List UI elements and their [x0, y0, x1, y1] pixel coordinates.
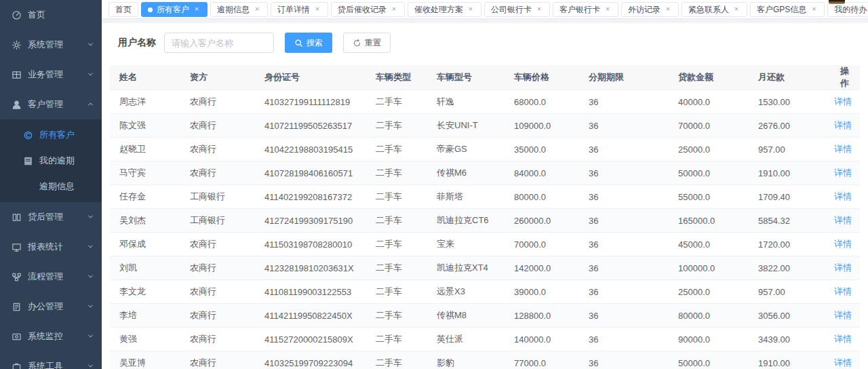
sidebar-item-label: 系统工具	[28, 360, 87, 369]
cell: 412724199309175190	[260, 209, 372, 233]
close-icon[interactable]: ×	[193, 5, 201, 14]
cell: 36	[585, 304, 674, 328]
sidebar: 首页系统管理业务管理客户管理所有客户我的逾期逾期信息贷后管理报表统计流程管理办公…	[0, 0, 102, 369]
tab-9[interactable]: 紧急联系人×	[682, 2, 747, 17]
cell: 1720.00	[754, 233, 830, 256]
detail-link[interactable]: 详情	[834, 357, 852, 368]
sidebar-item-label: 系统管理	[28, 39, 87, 51]
sidebar-item-3[interactable]: 客户管理	[0, 90, 102, 119]
close-icon[interactable]: ×	[604, 5, 612, 14]
detail-link[interactable]: 详情	[834, 239, 852, 249]
cell: 36	[585, 256, 674, 280]
cell: 36	[585, 161, 674, 185]
close-icon[interactable]: ×	[732, 5, 741, 14]
cell: 36	[585, 328, 674, 351]
chevron-up-icon	[87, 100, 95, 109]
sidebar-item-1[interactable]: 系统管理	[0, 30, 102, 60]
cell: 农商行	[186, 304, 260, 328]
cell: 凯迪拉克CT6	[433, 209, 510, 233]
cell: 80000.0	[674, 304, 754, 328]
close-icon[interactable]: ×	[535, 5, 543, 14]
cell: 二手车	[372, 90, 433, 114]
cell: 36	[585, 90, 674, 114]
sidebar-item-0[interactable]: 首页	[0, 0, 102, 30]
cell: 农商行	[186, 161, 260, 185]
close-icon[interactable]: ×	[467, 5, 475, 14]
cell: 36	[585, 351, 674, 369]
detail-link[interactable]: 详情	[834, 120, 852, 130]
cell: 50000.0	[674, 351, 754, 369]
tab-4[interactable]: 贷后催收记录×	[331, 2, 405, 17]
cell: 远景X3	[433, 280, 510, 304]
sidebar-item-7[interactable]: 办公管理	[0, 292, 102, 322]
tab-0[interactable]: 首页	[108, 2, 138, 17]
detail-link[interactable]: 详情	[834, 334, 852, 344]
detail-link[interactable]: 详情	[834, 263, 852, 273]
reset-button[interactable]: 重置	[343, 33, 391, 53]
sidebar-item-6[interactable]: 流程管理	[0, 262, 102, 292]
cell-action: 详情	[830, 161, 860, 185]
grid-icon	[11, 69, 22, 80]
close-icon[interactable]: ×	[390, 5, 398, 14]
tab-2[interactable]: 逾期信息×	[210, 2, 268, 17]
sidebar-item-9[interactable]: 系统工具	[0, 351, 102, 369]
tab-label: 贷后催收记录	[338, 4, 387, 16]
close-icon[interactable]: ×	[313, 5, 321, 14]
column-header-7: 贷款金额	[674, 65, 754, 90]
cell: 周志洋	[110, 90, 186, 114]
sidebar-item-label: 贷后管理	[28, 211, 87, 223]
cell: 84000.0	[510, 161, 585, 185]
search-button[interactable]: 搜索	[285, 33, 332, 53]
detail-link[interactable]: 详情	[834, 96, 852, 106]
cell: 赵晓卫	[110, 138, 186, 161]
detail-link[interactable]: 详情	[834, 310, 852, 320]
detail-link[interactable]: 详情	[834, 168, 852, 178]
cell-action: 详情	[830, 233, 860, 256]
cell: 1709.40	[754, 185, 830, 209]
detail-link[interactable]: 详情	[834, 144, 852, 154]
avatar-image-fragment	[829, 0, 845, 4]
tab-5[interactable]: 催收处理方案×	[408, 2, 481, 17]
report-icon	[11, 241, 22, 252]
tab-8[interactable]: 外访记录×	[621, 2, 679, 17]
sidebar-item-2[interactable]: 业务管理	[0, 60, 102, 90]
customer-name-input[interactable]	[164, 33, 274, 53]
close-icon[interactable]: ×	[810, 5, 818, 14]
table-row: 刘凯农商行41232819810203631X二手车凯迪拉克XT4142000.…	[110, 256, 860, 280]
cell: 二手车	[372, 114, 433, 138]
submenu-item-1[interactable]: 我的逾期	[0, 148, 102, 174]
user-icon	[11, 99, 22, 110]
sidebar-item-8[interactable]: 系统监控	[0, 322, 102, 351]
detail-link[interactable]: 详情	[834, 191, 852, 201]
cell: 刘凯	[110, 256, 186, 280]
cell: 36	[585, 114, 674, 138]
tab-label: 催收处理方案	[414, 4, 463, 16]
detail-link[interactable]: 详情	[834, 215, 852, 225]
tab-6[interactable]: 公司银行卡×	[484, 2, 550, 17]
cell: 70000.0	[510, 233, 585, 256]
cell: 轩逸	[433, 90, 510, 114]
tab-1[interactable]: 所有客户×	[141, 2, 208, 17]
table-row: 陈文强农商行410721199505263517二手车长安UNI-T109000…	[110, 114, 860, 138]
submenu-item-0[interactable]: 所有客户	[0, 122, 102, 148]
search-button-label: 搜索	[307, 37, 323, 49]
tab-3[interactable]: 订单详情×	[271, 2, 328, 17]
cell: 农商行	[186, 114, 260, 138]
cell: 传祺M6	[433, 161, 510, 185]
tab-11[interactable]: 我的待办×	[827, 2, 868, 17]
tab-10[interactable]: 客户GPS信息×	[750, 2, 825, 17]
submenu-item-2[interactable]: 逾期信息	[0, 174, 102, 199]
cell: 帝豪GS	[433, 138, 510, 161]
chevron-down-icon	[87, 332, 95, 341]
monitor-icon	[11, 331, 22, 342]
cell: 411081199003122553	[260, 280, 372, 304]
sidebar-item-5[interactable]: 报表统计	[0, 232, 102, 262]
detail-link[interactable]: 详情	[834, 286, 852, 296]
sidebar-item-4[interactable]: 贷后管理	[0, 202, 102, 232]
tab-bar: 首页所有客户×逾期信息×订单详情×贷后催收记录×催收处理方案×公司银行卡×客户银…	[102, 0, 868, 19]
cell: 70000.0	[674, 114, 754, 138]
close-icon[interactable]: ×	[664, 5, 672, 14]
cell: 农商行	[186, 256, 260, 280]
tab-7[interactable]: 客户银行卡×	[553, 2, 618, 17]
close-icon[interactable]: ×	[253, 5, 261, 14]
